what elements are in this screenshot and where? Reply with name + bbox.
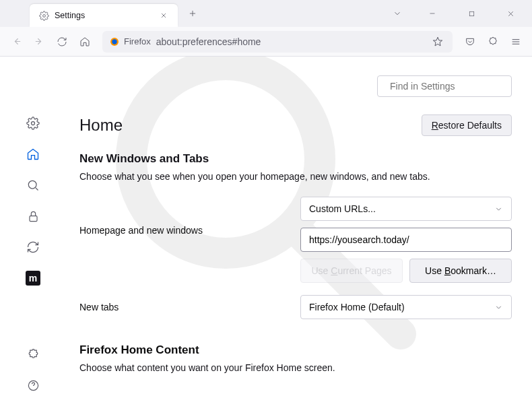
firefox-logo-icon — [109, 36, 120, 47]
svg-rect-7 — [29, 215, 36, 221]
list-tabs-button[interactable] — [387, 3, 408, 24]
help-icon — [27, 379, 40, 392]
reload-button[interactable] — [51, 31, 73, 53]
svg-rect-2 — [469, 11, 473, 15]
window-minimize-button[interactable] — [418, 0, 447, 27]
new-tab-button[interactable] — [182, 0, 203, 27]
nav-toolbar: Firefox about:preferences#home — [0, 27, 532, 57]
pocket-button[interactable] — [459, 31, 481, 53]
home-icon — [79, 36, 90, 47]
homepage-label: Homepage and new windows — [79, 197, 288, 236]
use-current-pages-button[interactable]: Use Current Pages — [300, 259, 403, 283]
browser-tab[interactable]: Settings — [30, 4, 178, 27]
chevron-down-icon — [494, 303, 503, 312]
sidebar-item-general[interactable] — [20, 110, 46, 136]
puzzle-icon — [488, 36, 498, 47]
section-home-content-desc: Choose what content you want on your Fir… — [79, 362, 512, 373]
star-icon — [432, 36, 443, 47]
homepage-url-input[interactable] — [300, 228, 512, 252]
section-home-content-title: Firefox Home Content — [79, 343, 512, 357]
svg-point-5 — [32, 122, 35, 125]
plus-icon — [188, 9, 197, 18]
extensions-button[interactable] — [482, 31, 504, 53]
svg-point-6 — [28, 180, 36, 189]
newtabs-label: New tabs — [79, 302, 288, 312]
sidebar-item-more[interactable]: m — [20, 265, 46, 291]
home-button[interactable] — [74, 31, 96, 53]
settings-search[interactable] — [377, 75, 512, 97]
minimize-icon — [428, 9, 436, 18]
page-title: Home — [79, 116, 123, 135]
tab-title: Settings — [55, 11, 151, 20]
settings-sidebar: m — [0, 57, 66, 398]
maximize-icon — [468, 10, 475, 18]
url-bar[interactable]: Firefox about:preferences#home — [102, 31, 453, 53]
restore-label: estore Defaults — [438, 120, 502, 131]
section-new-windows-tabs-desc: Choose what you see when you open your h… — [79, 171, 512, 182]
chevron-down-icon — [494, 205, 503, 213]
lock-icon — [27, 210, 40, 223]
hamburger-icon — [510, 36, 521, 47]
close-icon — [506, 9, 515, 18]
home-icon — [26, 147, 40, 161]
identity-box[interactable]: Firefox — [109, 36, 151, 47]
use-bookmark-button[interactable]: Use Bookmark… — [409, 259, 512, 283]
sidebar-item-sync[interactable] — [20, 234, 46, 260]
close-tab-button[interactable] — [156, 8, 171, 23]
forward-button[interactable] — [28, 31, 50, 53]
sidebar-item-help[interactable] — [20, 372, 46, 398]
settings-main: Home Restore Defaults New Windows and Ta… — [66, 57, 532, 398]
reload-icon — [57, 36, 67, 47]
window-maximize-button[interactable] — [457, 0, 486, 27]
sidebar-item-home[interactable] — [20, 141, 46, 167]
gear-icon — [26, 117, 40, 130]
identity-label: Firefox — [124, 36, 151, 46]
sidebar-item-privacy[interactable] — [20, 203, 46, 229]
newtabs-select[interactable]: Firefox Home (Default) — [300, 295, 512, 319]
close-icon — [160, 11, 168, 20]
window-close-button[interactable] — [496, 0, 525, 27]
app-menu-button[interactable] — [505, 31, 527, 53]
section-new-windows-tabs-title: New Windows and Tabs — [79, 152, 512, 166]
gear-icon — [39, 11, 49, 21]
sidebar-item-extensions[interactable] — [20, 341, 46, 367]
tab-bar: Settings — [0, 0, 532, 27]
pocket-icon — [465, 36, 475, 47]
svg-point-4 — [112, 39, 117, 44]
homepage-mode-select[interactable]: Custom URLs... — [300, 197, 512, 221]
url-text: about:preferences#home — [156, 36, 424, 47]
puzzle-icon — [27, 348, 40, 361]
bookmark-star-button[interactable] — [430, 34, 446, 50]
back-icon — [11, 36, 22, 47]
chevron-down-icon — [393, 9, 402, 18]
sync-icon — [26, 240, 40, 254]
newtabs-value: Firefox Home (Default) — [309, 302, 405, 312]
settings-search-input[interactable] — [390, 81, 508, 92]
search-icon — [26, 178, 40, 192]
back-button[interactable] — [5, 31, 27, 53]
forward-icon — [34, 36, 45, 47]
homepage-mode-value: Custom URLs... — [309, 203, 376, 214]
restore-defaults-button[interactable]: Restore Defaults — [422, 114, 512, 136]
m-badge-icon: m — [26, 271, 40, 286]
sidebar-item-search[interactable] — [20, 172, 46, 198]
